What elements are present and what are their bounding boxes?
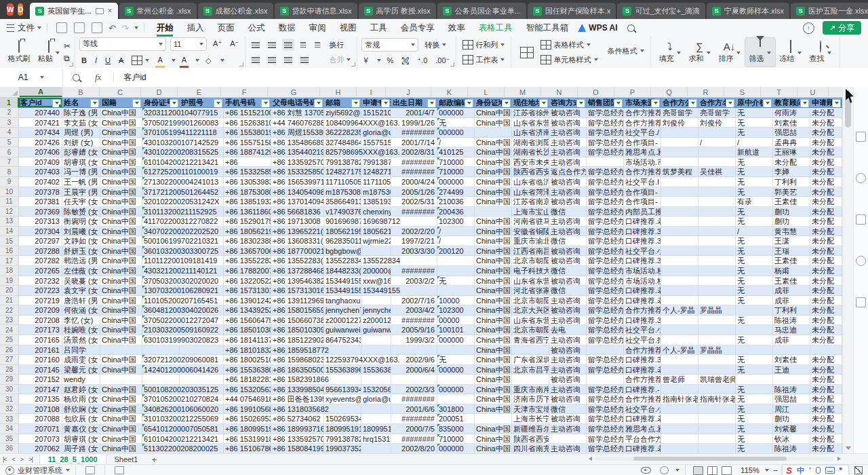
header-cell-D1[interactable]: 身份证号 — [142, 98, 180, 108]
document-tab[interactable]: S贷款申请信息.xlsx — [275, 3, 357, 19]
cell-U2[interactable]: 未分配 — [810, 108, 842, 118]
cell-O4[interactable]: 留学总经办 — [587, 128, 624, 138]
prev-sheet-button[interactable]: < — [12, 456, 15, 463]
cell-T21[interactable]: 成菲 — [773, 296, 810, 306]
cell-O33[interactable]: 留学总经办 — [587, 414, 624, 424]
indent-increase-icon[interactable] — [313, 39, 323, 51]
menu-tab-工具[interactable]: 工具 — [363, 19, 394, 37]
cell-P36[interactable]: 口碑推荐.老 — [624, 444, 661, 453]
panel-tools-icon[interactable] — [856, 173, 866, 183]
cell-T3[interactable]: 刘素佳 — [773, 118, 810, 128]
column-header-G[interactable]: G — [268, 87, 320, 97]
column-header-Q[interactable]: Q — [651, 87, 688, 97]
cell-P14[interactable]: 口碑推荐.3 — [624, 227, 661, 237]
cell-F11[interactable]: +86 13851932 — [224, 197, 271, 207]
cell-H35[interactable]: 799138782 — [324, 434, 361, 444]
cell-Q20[interactable] — [661, 286, 698, 296]
cell-A22[interactable]: 207209 — [19, 305, 62, 316]
cell-T22[interactable]: 丁利利 — [773, 305, 810, 316]
rows-cols-button[interactable]: 行和列 — [460, 39, 507, 51]
document-tab[interactable]: S公务员国企事业单... — [437, 3, 526, 19]
cell-R34[interactable] — [698, 424, 736, 434]
row-header-8[interactable]: 8 — [0, 167, 19, 177]
cell-O14[interactable]: 留学总经办 — [587, 227, 624, 237]
cell-Q31[interactable]: 指南针张老 — [661, 394, 698, 404]
cell-U4[interactable]: 未分配 — [810, 128, 842, 138]
cell-R12[interactable] — [698, 207, 736, 217]
decrease-font-button[interactable]: A⁻ — [228, 38, 241, 50]
header-cell-H1[interactable]: 邮箱 — [324, 98, 361, 108]
cell-I30[interactable]: 153205639 — [361, 385, 391, 395]
cell-A27[interactable]: 207160 — [19, 355, 62, 365]
cell-L14[interactable]: China中国 — [475, 227, 512, 237]
fill-color-button[interactable]: A — [155, 54, 164, 68]
cell-D18[interactable]: 430321200211140121 — [142, 266, 180, 276]
cell-M2[interactable]: 江苏省徐州 — [512, 108, 549, 118]
cell-B25[interactable]: 汤景然 (女 — [62, 335, 100, 345]
filter-dropdown-icon[interactable] — [576, 99, 585, 108]
cell-R26[interactable]: 罗晶晶 — [698, 345, 736, 356]
cell-I19[interactable]: xxw@163.c( — [361, 276, 391, 286]
justify-icon[interactable] — [298, 54, 311, 66]
zoom-level[interactable]: 115% — [741, 466, 759, 474]
cell-R4[interactable] — [698, 128, 736, 138]
cell-I14[interactable]: 180562195 — [361, 227, 391, 237]
cell-J8[interactable]: ######## — [391, 167, 437, 177]
cell-R19[interactable] — [698, 276, 736, 286]
header-cell-J1[interactable]: 出生日期 — [391, 98, 437, 108]
row-header-3[interactable]: 3 — [0, 118, 19, 128]
read-mode-chevron-icon[interactable] — [675, 469, 679, 472]
font-size-select[interactable]: 11 — [170, 37, 207, 51]
cell-N36[interactable]: 主动咨询 — [549, 444, 587, 453]
cell-B8[interactable]: 冯一博 (男 — [62, 167, 100, 177]
row-header-29[interactable]: 29 — [0, 375, 19, 385]
cell-H20[interactable]: 153449155 — [324, 286, 361, 296]
cell-K17[interactable] — [437, 256, 475, 266]
cell-Q17[interactable] — [661, 256, 698, 266]
cell-G21[interactable]: +86 1391129694 — [271, 296, 324, 306]
cell-M6[interactable]: 湖南省长沙 — [512, 147, 549, 157]
cell-T29[interactable] — [773, 375, 810, 385]
cell-H33[interactable]: 150269534 — [324, 414, 361, 424]
cell-H14[interactable]: 180562195 — [324, 227, 361, 237]
cell-H22[interactable]: jennychen7 — [324, 305, 361, 316]
menu-tab-插入[interactable]: 插入 — [180, 19, 211, 37]
cell-C25[interactable]: China中国 — [100, 335, 142, 345]
header-cell-N1[interactable]: 咨询方式 — [549, 98, 587, 108]
cell-G20[interactable]: +86 1573130169 — [271, 286, 324, 296]
cell-L11[interactable]: China中国 — [475, 197, 512, 207]
cell-H8[interactable]: 124827175 — [324, 167, 361, 177]
cell-K12[interactable]: 200436 — [437, 207, 475, 217]
cell-T34[interactable]: 刘紫馨 — [773, 424, 810, 434]
cell-K29[interactable] — [437, 375, 475, 385]
cell-B30[interactable]: 赵君婷 (女 — [62, 385, 100, 395]
cell-G35[interactable]: +86 1335925706 — [271, 434, 324, 444]
cell-J36[interactable]: 2002/8/20 — [391, 444, 437, 453]
copy-icon[interactable]: ⧉ — [64, 54, 71, 63]
clipboard-dialog-launcher[interactable] — [69, 62, 73, 66]
cell-U12[interactable]: 未分配 — [810, 207, 842, 217]
cell-G8[interactable]: +86 1533258500 — [271, 167, 324, 177]
column-header-N[interactable]: N — [541, 87, 578, 97]
row-header-32[interactable]: 32 — [0, 404, 19, 415]
first-sheet-button[interactable]: |< — [3, 456, 7, 463]
cell-C16[interactable]: China中国 — [100, 246, 142, 256]
cell-A31[interactable]: 207135 — [19, 394, 62, 404]
history-chevron-icon[interactable] — [134, 26, 138, 29]
cell-I33[interactable] — [361, 414, 391, 424]
cell-T24[interactable]: 马忠迪 — [773, 325, 810, 335]
cell-A16[interactable]: 207288 — [19, 246, 62, 256]
cell-D7[interactable]: 610104200212213421 — [142, 157, 180, 168]
cell-L15[interactable]: China中国 — [475, 236, 512, 246]
cell-K31[interactable] — [437, 394, 475, 404]
cell-S19[interactable]: 无 — [736, 276, 773, 286]
cell-A6[interactable]: 207406 — [19, 147, 62, 157]
cell-Q7[interactable] — [661, 157, 698, 168]
cell-B7[interactable]: 胡睿琪 (女 — [62, 157, 100, 168]
cell-K27[interactable]: 无 — [437, 355, 475, 365]
cell-H27[interactable]: 122593794XXX@163. — [324, 355, 361, 365]
cell-T19[interactable]: 王素佳 — [773, 276, 810, 286]
cell-S28[interactable]: 无 — [736, 365, 773, 375]
cell-O24[interactable]: 留学总经办 — [587, 325, 624, 335]
cell-P10[interactable]: 合作项目- — [624, 187, 661, 197]
